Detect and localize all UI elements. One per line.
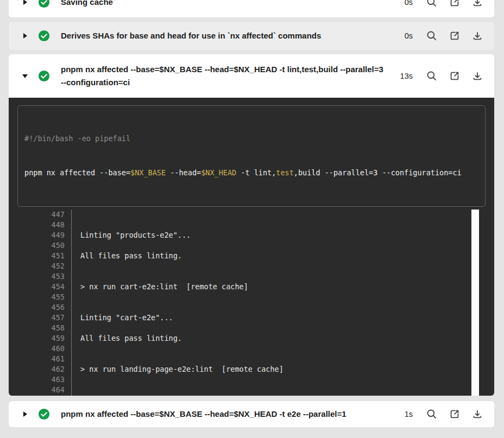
line-text: Linting "landing-page-e2e"... — [72, 395, 209, 396]
line-number: 458 — [17, 323, 72, 333]
step-card-saving-cache: Saving cache 0s — [9, 0, 494, 17]
step-title: pnpm nx affected --base=$NX_BASE --head=… — [61, 63, 392, 89]
step-title: Saving cache — [61, 0, 392, 9]
line-number: 447 — [17, 210, 72, 220]
open-in-new-icon[interactable] — [449, 0, 461, 8]
open-in-new-icon[interactable] — [449, 70, 461, 82]
log-line: 456 — [17, 302, 487, 313]
log-line: 457Linting "cart-e2e"... — [17, 313, 487, 323]
log-line: 449Linting "products-e2e"... — [17, 230, 487, 240]
line-number: 463 — [17, 374, 72, 385]
line-text: Linting "products-e2e"... — [72, 230, 191, 240]
line-number: 450 — [17, 240, 72, 251]
step-duration: 1s — [392, 410, 413, 418]
expand-chevron-icon[interactable] — [22, 0, 28, 5]
step-duration: 13s — [392, 72, 413, 80]
collapse-chevron-icon[interactable] — [22, 74, 28, 78]
log-line: 447 — [17, 210, 487, 220]
search-icon[interactable] — [426, 30, 438, 42]
log-output: 447 448 449Linting "products-e2e"...450 … — [17, 210, 487, 396]
command-segment: $NX_BASE — [130, 168, 166, 177]
success-check-icon — [38, 0, 50, 8]
line-text: > nx run cart-e2e:lint [remote cache] — [72, 282, 248, 292]
line-number: 461 — [17, 354, 72, 364]
step-card-nx-affected-lint-test-build: pnpm nx affected --base=$NX_BASE --head=… — [9, 54, 494, 396]
log-line: 452 — [17, 261, 487, 271]
line-text — [72, 374, 85, 385]
line-text — [72, 240, 85, 251]
log-line: 461 — [17, 354, 487, 364]
step-output-terminal: #!/bin/bash -eo pipefail pnpm nx affecte… — [9, 98, 494, 396]
step-row-saving-cache[interactable]: Saving cache 0s — [9, 0, 494, 17]
line-text — [72, 292, 85, 302]
step-card-derives-shas: Derives SHAs for base and head for use i… — [9, 22, 494, 50]
download-icon[interactable] — [471, 0, 483, 8]
command-echo-box: #!/bin/bash -eo pipefail pnpm nx affecte… — [17, 105, 486, 207]
command-segment: ,build --parallel=3 --configuration=ci — [294, 168, 462, 177]
shebang-line: #!/bin/bash -eo pipefail — [24, 133, 478, 144]
line-text: All files pass linting. — [72, 333, 182, 344]
command-segment: pnpm nx affected --base= — [24, 168, 130, 177]
success-check-icon — [38, 30, 50, 42]
line-number: 455 — [17, 292, 72, 302]
step-row-nx-affected-lint-test-build[interactable]: pnpm nx affected --base=$NX_BASE --head=… — [9, 54, 494, 98]
line-number: 462 — [17, 364, 72, 374]
download-icon[interactable] — [471, 408, 483, 420]
log-line: 465Linting "landing-page-e2e"... — [17, 395, 487, 396]
log-line: 464 — [17, 385, 487, 395]
log-line: 458 — [17, 323, 487, 333]
success-check-icon — [38, 408, 50, 420]
log-line: 463 — [17, 374, 487, 385]
line-number: 454 — [17, 282, 72, 292]
line-number: 451 — [17, 251, 72, 261]
command-segment: test — [276, 168, 294, 177]
log-line: 460 — [17, 344, 487, 354]
log-line: 450 — [17, 240, 487, 251]
log-lines: 447 448 449Linting "products-e2e"...450 … — [17, 210, 487, 396]
open-in-new-icon[interactable] — [449, 408, 461, 420]
line-text — [72, 220, 85, 230]
open-in-new-icon[interactable] — [449, 30, 461, 42]
command-segment: --head= — [166, 168, 201, 177]
step-row-nx-affected-e2e[interactable]: pnpm nx affected --base=$NX_BASE --head=… — [9, 401, 494, 427]
command-line: pnpm nx affected --base=$NX_BASE --head=… — [24, 167, 478, 179]
line-text — [72, 261, 85, 271]
command-segment: $NX_HEAD — [201, 168, 236, 177]
log-line: 451All files pass linting. — [17, 251, 487, 261]
line-number: 449 — [17, 230, 72, 240]
line-number: 457 — [17, 313, 72, 323]
line-number: 453 — [17, 271, 72, 282]
line-text: All files pass linting. — [72, 251, 182, 261]
log-line: 455 — [17, 292, 487, 302]
line-text — [72, 271, 85, 282]
line-text — [72, 354, 85, 364]
download-icon[interactable] — [471, 30, 483, 42]
job-steps-list: Saving cache 0s Derives SHAs for base an… — [0, 0, 504, 427]
line-text — [72, 385, 85, 395]
step-duration: 0s — [392, 0, 413, 7]
step-title: Derives SHAs for base and head for use i… — [61, 29, 392, 42]
step-card-nx-affected-e2e: pnpm nx affected --base=$NX_BASE --head=… — [9, 401, 494, 427]
line-text — [72, 302, 85, 313]
line-number: 464 — [17, 385, 72, 395]
log-line: 453 — [17, 271, 487, 282]
search-icon[interactable] — [426, 0, 438, 8]
log-scrollbar-track[interactable] — [471, 210, 479, 396]
step-row-derives-shas[interactable]: Derives SHAs for base and head for use i… — [9, 22, 494, 50]
line-number: 448 — [17, 220, 72, 230]
log-line: 454> nx run cart-e2e:lint [remote cache] — [17, 282, 487, 292]
step-title: pnpm nx affected --base=$NX_BASE --head=… — [61, 408, 392, 421]
line-text — [72, 344, 85, 354]
download-icon[interactable] — [471, 70, 483, 82]
expand-chevron-icon[interactable] — [22, 33, 28, 39]
line-number: 456 — [17, 302, 72, 313]
expand-chevron-icon[interactable] — [22, 411, 28, 417]
line-text: > nx run landing-page-e2e:lint [remote c… — [72, 364, 284, 374]
command-segment: -t lint, — [236, 168, 276, 177]
search-icon[interactable] — [426, 70, 438, 82]
success-check-icon — [38, 70, 50, 82]
line-text: Linting "cart-e2e"... — [72, 313, 173, 323]
line-text — [72, 210, 85, 220]
step-duration: 0s — [392, 31, 413, 40]
search-icon[interactable] — [426, 408, 438, 420]
